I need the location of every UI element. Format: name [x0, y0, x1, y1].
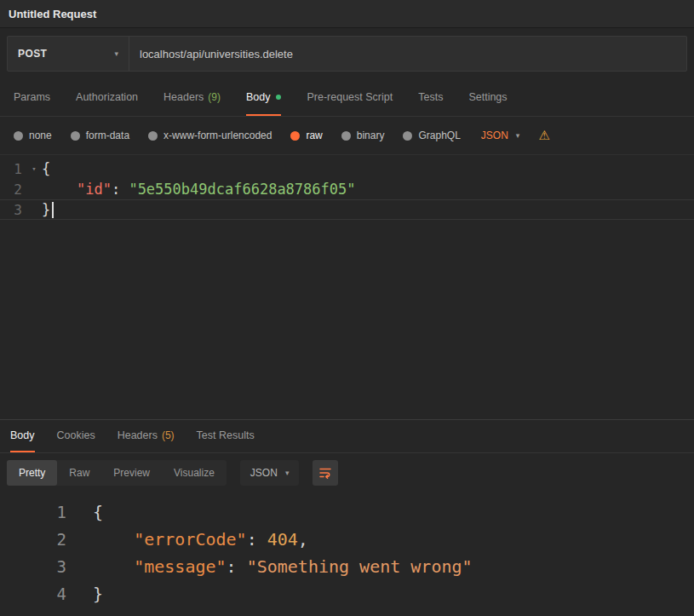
body-type-form-data[interactable]: form-data [71, 130, 129, 141]
request-tab-tests[interactable]: Tests [418, 80, 443, 116]
tab-label: Headers [163, 91, 204, 103]
code-text: } [90, 584, 103, 604]
code-text: { [39, 160, 50, 177]
response-tab-cookies[interactable]: Cookies [57, 420, 95, 452]
radio-label: form-data [86, 130, 129, 141]
body-type-binary[interactable]: binary [341, 130, 385, 141]
response-tab-body[interactable]: Body [10, 420, 35, 452]
tab-label: Cookies [57, 429, 95, 441]
code-text: { [90, 502, 103, 522]
chevron-down-icon: ▾ [285, 469, 290, 477]
language-label: JSON [481, 130, 508, 141]
radio-label: none [29, 130, 52, 141]
fold-arrow-icon[interactable]: ▾ [29, 164, 39, 173]
radio-icon [71, 131, 80, 141]
view-switcher: PrettyRawPreviewVisualize [7, 460, 227, 486]
url-input[interactable]: localhost/api/universities.delete [129, 37, 686, 71]
view-pretty[interactable]: Pretty [7, 460, 57, 486]
view-preview[interactable]: Preview [101, 460, 162, 486]
request-editor-lines: 1▾{2 "id": "5e550b49dcaf6628a8786f05"3} [0, 158, 694, 220]
response-tab-test-results[interactable]: Test Results [197, 420, 255, 452]
chevron-down-icon: ▾ [114, 49, 118, 58]
response-toolbar: PrettyRawPreviewVisualize JSON ▾ [0, 453, 694, 493]
tab-label: Test Results [197, 429, 255, 441]
radio-icon [341, 131, 351, 141]
response-editor-line-4: 4} [0, 580, 694, 607]
radio-icon [403, 131, 412, 141]
tab-label: Body [10, 429, 35, 441]
radio-icon [148, 131, 158, 141]
body-type-x-www-form-urlencoded[interactable]: x-www-form-urlencoded [148, 130, 272, 141]
wrap-text-button[interactable] [313, 460, 338, 486]
request-tab-body[interactable]: Body [246, 80, 282, 116]
radio-label: binary [357, 130, 385, 141]
response-panel: BodyCookiesHeaders(5)Test Results Pretty… [0, 419, 694, 616]
body-type-graphql[interactable]: GraphQL [403, 130, 460, 141]
request-tab-pre-request-script[interactable]: Pre-request Script [307, 80, 393, 116]
url-bar: POST ▾ localhost/api/universities.delete [7, 36, 687, 72]
tab-count-badge: (5) [162, 429, 175, 441]
line-number: 4 [0, 584, 82, 603]
radio-icon [14, 131, 23, 141]
response-body-editor[interactable]: 1{2 "errorCode": 404,3 "message": "Somet… [0, 493, 694, 616]
request-tab-headers[interactable]: Headers(9) [163, 80, 221, 116]
unsaved-dot-icon [276, 95, 281, 100]
code-text: } [39, 201, 54, 219]
tab-label: Pre-request Script [307, 91, 393, 103]
tab-label: Body [246, 91, 271, 103]
language-label: JSON [250, 467, 278, 479]
request-tab-settings[interactable]: Settings [468, 80, 507, 116]
body-type-none[interactable]: none [14, 130, 52, 141]
request-body-editor[interactable]: 1▾{2 "id": "5e550b49dcaf6628a8786f05"3} [0, 155, 694, 419]
response-language-select[interactable]: JSON ▾ [240, 460, 300, 486]
response-editor-line-3: 3 "message": "Something went wrong" [0, 553, 694, 580]
line-number: 1 [0, 503, 82, 521]
method-label: POST [18, 48, 47, 60]
request-title: Untitled Request [9, 8, 96, 20]
tab-label: Tests [418, 91, 443, 103]
response-tab-headers[interactable]: Headers(5) [118, 420, 175, 452]
body-type-row: noneform-datax-www-form-urlencodedrawbin… [0, 117, 694, 155]
request-tab-params[interactable]: Params [14, 80, 50, 116]
line-number: 3 [0, 557, 82, 576]
view-visualize[interactable]: Visualize [162, 460, 227, 486]
method-select[interactable]: POST ▾ [8, 37, 129, 71]
body-type-raw[interactable]: raw [290, 130, 322, 141]
request-editor-line-3: 3} [0, 199, 694, 220]
url-text: localhost/api/universities.delete [140, 48, 293, 60]
radio-icon [290, 131, 300, 141]
radio-label: GraphQL [418, 130, 460, 141]
request-editor-line-2: 2 "id": "5e550b49dcaf6628a8786f05" [0, 179, 694, 199]
line-number: 2 [0, 181, 29, 198]
wrap-text-icon [318, 466, 332, 480]
response-editor-line-1: 1{ [0, 498, 694, 526]
chevron-down-icon: ▾ [516, 131, 520, 140]
language-select[interactable]: JSON ▾ [481, 130, 520, 141]
response-editor-lines: 1{2 "errorCode": 404,3 "message": "Somet… [0, 498, 694, 607]
api-client-window: Untitled Request POST ▾ localhost/api/un… [0, 0, 694, 616]
radio-label: raw [306, 130, 322, 141]
code-text: "message": "Something went wrong" [90, 556, 473, 577]
response-editor-line-2: 2 "errorCode": 404, [0, 526, 694, 553]
tab-label: Params [14, 91, 50, 103]
line-number: 2 [0, 530, 82, 549]
request-editor-line-1: 1▾{ [0, 158, 694, 179]
url-row: POST ▾ localhost/api/universities.delete [0, 28, 694, 80]
view-raw[interactable]: Raw [57, 460, 101, 486]
request-tabs: ParamsAuthorizationHeaders(9)BodyPre-req… [0, 80, 694, 117]
text-cursor [52, 202, 54, 218]
code-text: "id": "5e550b49dcaf6628a8786f05" [39, 181, 356, 198]
body-type-options: noneform-datax-www-form-urlencodedrawbin… [14, 130, 461, 141]
warning-icon[interactable]: ⚠ [538, 128, 549, 143]
tab-label: Settings [468, 91, 507, 103]
tab-count-badge: (9) [208, 91, 221, 103]
request-tab-authorization[interactable]: Authorization [76, 80, 138, 116]
line-number: 3 [0, 202, 29, 218]
response-tabs: BodyCookiesHeaders(5)Test Results [0, 420, 694, 453]
code-text: "errorCode": 404, [90, 529, 308, 550]
tab-label: Headers [118, 429, 158, 441]
request-title-bar: Untitled Request [0, 0, 694, 28]
tab-label: Authorization [76, 91, 138, 103]
radio-label: x-www-form-urlencoded [163, 130, 272, 141]
line-number: 1 [0, 161, 29, 177]
